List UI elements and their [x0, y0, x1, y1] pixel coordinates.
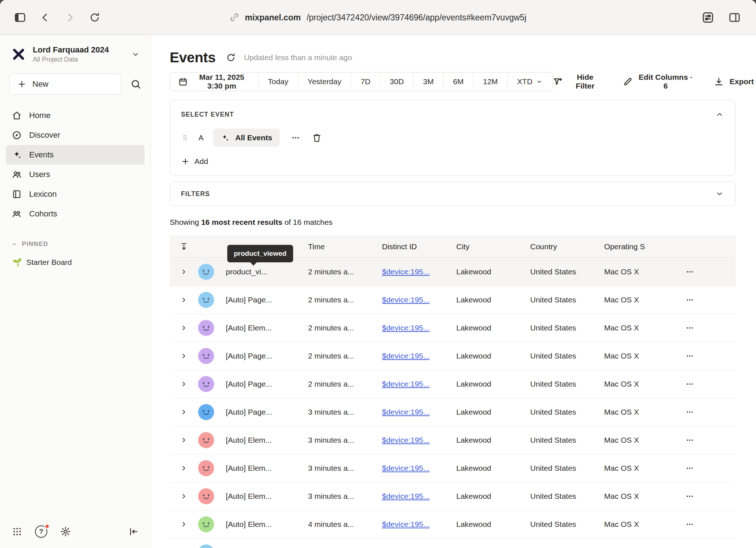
table-row[interactable]: [Auto] Elem... 4 minutes a... $device:19… [170, 510, 736, 539]
sidebar: Lord Farquaad 2024 All Project Data New [0, 35, 151, 548]
add-event-button[interactable]: Add [181, 157, 208, 166]
row-more-icon[interactable] [685, 407, 694, 417]
sidebar-item-discover[interactable]: Discover [6, 125, 145, 145]
hide-filter-button[interactable]: Hide Filter [553, 73, 602, 90]
browser-settings-icon[interactable] [701, 11, 714, 24]
column-header-city[interactable]: City [456, 242, 530, 251]
distinct-id-link[interactable]: $device:195... [382, 295, 456, 304]
row-more-icon[interactable] [685, 323, 694, 333]
avatar [198, 348, 214, 364]
event-name: [Auto] Page... [226, 380, 308, 388]
pinned-item-label: Starter Board [26, 258, 72, 267]
column-header-distinct-id[interactable]: Distinct ID [382, 242, 456, 251]
table-row[interactable]: [Auto] Elem... 3 minutes a... $device:19… [170, 426, 736, 454]
row-more-icon[interactable] [685, 351, 694, 361]
distinct-id-link[interactable]: $device:195... [382, 324, 456, 332]
row-expand-icon[interactable] [180, 408, 188, 416]
reload-icon[interactable] [89, 12, 101, 23]
sidebar-item-cohorts[interactable]: Cohorts [6, 204, 145, 224]
table-row[interactable]: [Auto] Page... 2 minutes a... $device:19… [170, 370, 736, 398]
os-cell: Mac OS X [604, 267, 678, 276]
range-12m[interactable]: 12M [473, 73, 507, 91]
range-yesterday[interactable]: Yesterday [298, 73, 351, 91]
range-today[interactable]: Today [258, 73, 298, 91]
column-header-os[interactable]: Operating S [604, 242, 678, 251]
export-button[interactable]: Export [714, 77, 754, 87]
range-3m[interactable]: 3M [413, 73, 443, 91]
table-row[interactable]: [Auto] Page... 2 minutes a... $device:19… [170, 342, 736, 370]
row-expand-icon[interactable] [180, 492, 188, 500]
sidebar-item-starter-board[interactable]: 🌱 Starter Board [12, 258, 150, 267]
row-expand-icon[interactable] [180, 324, 188, 332]
table-row[interactable]: [Auto] Page... 3 minutes a... $device:19… [170, 398, 736, 426]
distinct-id-link[interactable]: $device:195... [382, 352, 456, 360]
range-30d[interactable]: 30D [380, 73, 413, 91]
distinct-id-link[interactable]: $device:195... [382, 436, 456, 445]
range-6m[interactable]: 6M [443, 73, 473, 91]
project-switcher[interactable]: Lord Farquaad 2024 All Project Data [0, 45, 150, 63]
range-xtd[interactable]: XTD [507, 73, 552, 91]
distinct-id-link[interactable]: $device:195... [382, 520, 456, 529]
column-header-time[interactable]: Time [308, 242, 382, 251]
sidebar-item-users[interactable]: Users [6, 165, 145, 184]
table-row[interactable]: [Auto] Page... 2 minutes a... $device:19… [170, 286, 736, 314]
new-button[interactable]: New [9, 74, 121, 95]
forward-icon[interactable] [64, 12, 76, 23]
expand-section-icon[interactable] [715, 189, 724, 199]
compass-icon [12, 130, 22, 140]
apps-grid-icon[interactable] [12, 526, 23, 537]
refresh-icon[interactable] [226, 52, 236, 63]
pinned-section-toggle[interactable]: PINNED [11, 240, 150, 248]
collapse-sidebar-icon[interactable] [128, 526, 139, 537]
sidebar-item-events[interactable]: Events [6, 145, 145, 165]
sidebar-item-lexicon[interactable]: Lexicon [6, 184, 145, 204]
right-panel-toggle-icon[interactable] [728, 11, 741, 24]
row-expand-icon[interactable] [180, 296, 188, 304]
table-row[interactable]: [Auto] Elem... 2 minutes a... $device:19… [170, 314, 736, 342]
table-row[interactable] [170, 539, 736, 548]
table-row[interactable]: [Auto] Elem... 3 minutes a... $device:19… [170, 482, 736, 510]
row-expand-icon[interactable] [180, 352, 188, 360]
city-cell: Lakewood [456, 436, 530, 445]
table-row[interactable]: [Auto] Elem... 3 minutes a... $device:19… [170, 454, 736, 482]
gear-icon[interactable] [60, 526, 71, 537]
row-more-icon[interactable] [685, 379, 694, 389]
date-picker-button[interactable]: Mar 11, 2025 3:30 pm [170, 73, 258, 91]
sidebar-toggle-icon[interactable] [14, 11, 26, 24]
row-expand-icon[interactable] [180, 268, 188, 276]
event-more-icon[interactable] [291, 133, 301, 143]
mixpanel-logo [11, 47, 26, 61]
row-expand-icon[interactable] [180, 436, 188, 444]
freeze-column-icon[interactable] [179, 242, 189, 251]
row-expand-icon[interactable] [180, 520, 188, 528]
sidebar-item-home[interactable]: Home [6, 106, 145, 125]
avatar [198, 404, 214, 420]
back-icon[interactable] [39, 12, 51, 23]
row-more-icon[interactable] [685, 520, 694, 529]
avatar [198, 320, 214, 336]
edit-columns-button[interactable]: Edit Columns · 6 [623, 73, 693, 90]
collapse-section-icon[interactable] [715, 110, 724, 119]
range-7d[interactable]: 7D [351, 73, 380, 91]
row-more-icon[interactable] [685, 463, 694, 473]
trash-icon[interactable] [312, 133, 322, 143]
event-time: 2 minutes a... [308, 352, 382, 360]
row-expand-icon[interactable] [180, 464, 188, 472]
search-icon[interactable] [130, 78, 142, 90]
distinct-id-link[interactable]: $device:195... [382, 492, 456, 501]
event-name: product_vi... [226, 267, 308, 276]
event-selector-button[interactable]: All Events [213, 129, 280, 147]
row-more-icon[interactable] [685, 295, 694, 305]
drag-handle-icon[interactable] [181, 133, 189, 142]
city-cell: Lakewood [456, 352, 530, 360]
distinct-id-link[interactable]: $device:195... [382, 408, 456, 416]
distinct-id-link[interactable]: $device:195... [382, 464, 456, 473]
url-bar[interactable]: mixpanel.com/project/3472420/view/397469… [230, 12, 527, 22]
row-more-icon[interactable] [685, 267, 694, 277]
distinct-id-link[interactable]: $device:195... [382, 380, 456, 388]
row-more-icon[interactable] [685, 435, 694, 445]
row-more-icon[interactable] [685, 492, 694, 501]
row-expand-icon[interactable] [180, 380, 188, 388]
column-header-country[interactable]: Country [530, 242, 604, 251]
distinct-id-link[interactable]: $device:195... [382, 267, 456, 276]
